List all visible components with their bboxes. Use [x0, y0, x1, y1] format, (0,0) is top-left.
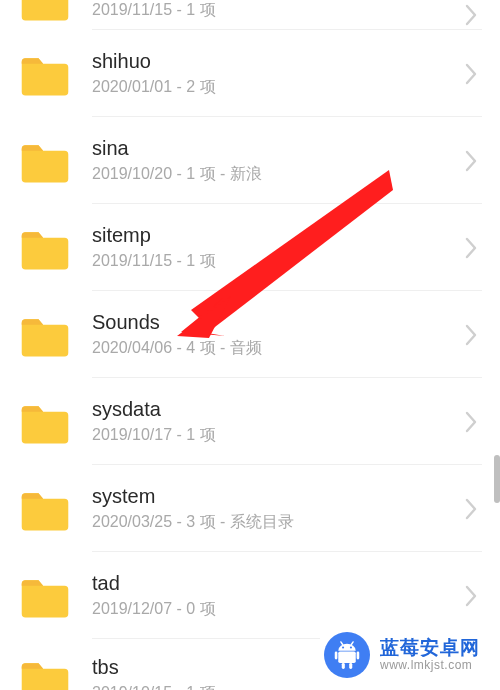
svg-rect-9	[349, 663, 352, 669]
chevron-right-icon	[462, 500, 480, 518]
watermark-title: 蓝莓安卓网	[380, 637, 480, 659]
folder-icon	[18, 569, 72, 623]
folder-meta: system 2020/03/25 - 3 项 - 系统目录	[92, 465, 482, 552]
folder-icon	[18, 221, 72, 275]
folder-icon	[18, 395, 72, 449]
folder-row[interactable]: 2019/11/15 - 1 项	[0, 0, 500, 30]
folder-icon	[18, 652, 72, 690]
svg-rect-6	[335, 652, 338, 660]
folder-row[interactable]: sysdata 2019/10/17 - 1 项	[0, 378, 500, 465]
folder-name: Sounds	[92, 310, 448, 334]
folder-detail: 2019/10/20 - 1 项 - 新浪	[92, 164, 448, 185]
folder-name: system	[92, 484, 448, 508]
svg-point-4	[350, 647, 352, 649]
folder-meta: Sounds 2020/04/06 - 4 项 - 音频	[92, 291, 482, 378]
folder-meta: shihuo 2020/01/01 - 2 项	[92, 30, 482, 117]
folder-detail: 2020/03/25 - 3 项 - 系统目录	[92, 512, 448, 533]
folder-list: 2019/11/15 - 1 项 shihuo 2020/01/01 - 2 项…	[0, 0, 500, 690]
folder-detail: 2019/11/15 - 1 项	[92, 251, 448, 272]
folder-meta: tad 2019/12/07 - 0 项	[92, 552, 482, 639]
folder-detail: 2020/04/06 - 4 项 - 音频	[92, 338, 448, 359]
folder-detail: 2019/10/15 - 1 项	[92, 683, 448, 690]
folder-icon	[18, 482, 72, 536]
svg-point-3	[342, 647, 344, 649]
folder-icon	[18, 134, 72, 188]
folder-name: shihuo	[92, 49, 448, 73]
svg-rect-7	[357, 652, 360, 660]
folder-detail: 2019/11/15 - 1 项	[92, 0, 448, 21]
folder-row[interactable]: system 2020/03/25 - 3 项 - 系统目录	[0, 465, 500, 552]
folder-row[interactable]: sitemp 2019/11/15 - 1 项	[0, 204, 500, 291]
folder-detail: 2019/12/07 - 0 项	[92, 599, 448, 620]
folder-name: sysdata	[92, 397, 448, 421]
folder-meta: sitemp 2019/11/15 - 1 项	[92, 204, 482, 291]
chevron-right-icon	[462, 587, 480, 605]
folder-icon	[18, 47, 72, 101]
folder-meta: 2019/11/15 - 1 项	[92, 0, 482, 30]
watermark-url: www.lmkjst.com	[380, 659, 480, 673]
svg-rect-8	[342, 663, 345, 669]
watermark: 蓝莓安卓网 www.lmkjst.com	[320, 628, 486, 680]
chevron-right-icon	[462, 413, 480, 431]
watermark-text: 蓝莓安卓网 www.lmkjst.com	[380, 637, 480, 673]
folder-row[interactable]: shihuo 2020/01/01 - 2 项	[0, 30, 500, 117]
chevron-right-icon	[462, 152, 480, 170]
svg-rect-5	[338, 652, 356, 663]
folder-meta: sysdata 2019/10/17 - 1 项	[92, 378, 482, 465]
android-icon	[324, 632, 370, 678]
folder-name: sina	[92, 136, 448, 160]
folder-detail: 2020/01/01 - 2 项	[92, 77, 448, 98]
chevron-right-icon	[462, 6, 480, 24]
chevron-right-icon	[462, 65, 480, 83]
chevron-right-icon	[462, 239, 480, 257]
scrollbar-thumb[interactable]	[494, 455, 500, 503]
folder-row[interactable]: Sounds 2020/04/06 - 4 项 - 音频	[0, 291, 500, 378]
folder-icon	[18, 0, 72, 30]
folder-row[interactable]: sina 2019/10/20 - 1 项 - 新浪	[0, 117, 500, 204]
folder-detail: 2019/10/17 - 1 项	[92, 425, 448, 446]
folder-icon	[18, 308, 72, 362]
folder-name: tad	[92, 571, 448, 595]
folder-meta: sina 2019/10/20 - 1 项 - 新浪	[92, 117, 482, 204]
chevron-right-icon	[462, 326, 480, 344]
folder-name: sitemp	[92, 223, 448, 247]
folder-row[interactable]: tad 2019/12/07 - 0 项	[0, 552, 500, 639]
